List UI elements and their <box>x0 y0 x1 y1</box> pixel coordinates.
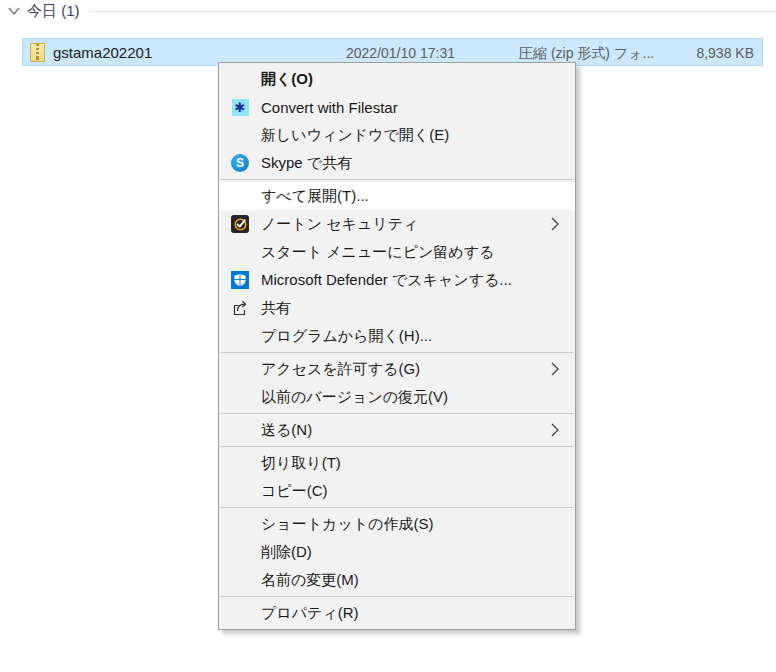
menu-item-label: コピー(C) <box>261 482 575 501</box>
menu-item-rename[interactable]: 名前の変更(M) <box>219 566 575 594</box>
menu-icon-spacer <box>230 69 250 89</box>
menu-icon-spacer <box>230 603 250 623</box>
menu-item-label: 切り取り(T) <box>261 454 575 473</box>
menu-item-label: 名前の変更(M) <box>261 571 575 590</box>
menu-icon-spacer <box>230 542 250 562</box>
file-name: gstama202201 <box>53 44 152 61</box>
menu-item-open-with[interactable]: プログラムから開く(H)... <box>219 322 575 350</box>
menu-icon-spacer <box>230 514 250 534</box>
menu-icon-spacer <box>230 420 250 440</box>
menu-icon-spacer <box>230 359 250 379</box>
menu-item-convert-with-filestar[interactable]: ✱Convert with Filestar <box>219 93 575 121</box>
menu-separator <box>220 446 574 447</box>
menu-item-restore-previous-versions[interactable]: 以前のバージョンの復元(V) <box>219 383 575 411</box>
menu-icon-spacer <box>230 242 250 262</box>
menu-item-label: スタート メニューにピン留めする <box>261 243 575 262</box>
menu-separator <box>220 352 574 353</box>
submenu-arrow-icon <box>551 361 561 377</box>
menu-item-share[interactable]: 共有 <box>219 294 575 322</box>
menu-item-label: 削除(D) <box>261 543 575 562</box>
menu-separator <box>220 596 574 597</box>
file-date-modified: 2022/01/10 17:31 <box>346 45 455 61</box>
share-icon <box>230 298 250 318</box>
menu-item-label: アクセスを許可する(G) <box>261 360 551 379</box>
menu-item-cut[interactable]: 切り取り(T) <box>219 449 575 477</box>
menu-separator <box>220 179 574 180</box>
menu-item-label: プログラムから開く(H)... <box>261 327 575 346</box>
menu-item-delete[interactable]: 削除(D) <box>219 538 575 566</box>
menu-item-label: プロパティ(R) <box>261 604 575 623</box>
menu-item-label: 新しいウィンドウで開く(E) <box>261 126 575 145</box>
menu-item-create-shortcut[interactable]: ショートカットの作成(S) <box>219 510 575 538</box>
menu-item-norton-security[interactable]: ノートン セキュリティ <box>219 210 575 238</box>
menu-item-label: ノートン セキュリティ <box>261 215 551 234</box>
menu-separator <box>220 413 574 414</box>
norton-icon <box>230 214 250 234</box>
menu-icon-spacer <box>230 481 250 501</box>
menu-item-properties[interactable]: プロパティ(R) <box>219 599 575 627</box>
menu-item-label: 開く(O) <box>261 70 575 89</box>
chevron-down-icon[interactable] <box>8 6 20 16</box>
menu-item-give-access[interactable]: アクセスを許可する(G) <box>219 355 575 383</box>
menu-item-defender-scan[interactable]: Microsoft Defender でスキャンする... <box>219 266 575 294</box>
filestar-icon: ✱ <box>230 97 250 117</box>
menu-item-pin-to-start[interactable]: スタート メニューにピン留めする <box>219 238 575 266</box>
menu-icon-spacer <box>230 326 250 346</box>
context-menu: 開く(O)✱Convert with Filestar新しいウィンドウで開く(E… <box>218 62 576 630</box>
submenu-arrow-icon <box>551 216 561 232</box>
menu-item-label: すべて展開(T)... <box>261 187 575 206</box>
menu-item-extract-all[interactable]: すべて展開(T)... <box>219 182 575 210</box>
menu-item-label: 共有 <box>261 299 575 318</box>
file-type: 圧縮 (zip 形式) フォ... <box>519 45 654 63</box>
menu-item-label: 以前のバージョンの復元(V) <box>261 388 575 407</box>
menu-item-open-in-new-window[interactable]: 新しいウィンドウで開く(E) <box>219 121 575 149</box>
skype-icon: S <box>230 153 250 173</box>
menu-icon-spacer <box>230 125 250 145</box>
menu-item-label: Microsoft Defender でスキャンする... <box>261 271 575 290</box>
menu-item-label: ショートカットの作成(S) <box>261 515 575 534</box>
group-header: 今日 (1) <box>0 0 776 22</box>
group-header-label[interactable]: 今日 (1) <box>27 2 80 21</box>
menu-separator <box>220 507 574 508</box>
menu-icon-spacer <box>230 570 250 590</box>
group-header-rule <box>90 11 776 12</box>
menu-item-label: Convert with Filestar <box>261 99 575 116</box>
menu-item-label: 送る(N) <box>261 421 551 440</box>
submenu-arrow-icon <box>551 422 561 438</box>
defender-icon <box>230 270 250 290</box>
menu-item-share-with-skype[interactable]: SSkype で共有 <box>219 149 575 177</box>
menu-icon-spacer <box>230 453 250 473</box>
menu-item-label: Skype で共有 <box>261 154 575 173</box>
file-size: 8,938 KB <box>696 45 754 61</box>
menu-item-send-to[interactable]: 送る(N) <box>219 416 575 444</box>
zip-file-icon <box>30 43 45 62</box>
menu-icon-spacer <box>230 387 250 407</box>
menu-icon-spacer <box>230 186 250 206</box>
menu-item-copy[interactable]: コピー(C) <box>219 477 575 505</box>
menu-item-open[interactable]: 開く(O) <box>219 65 575 93</box>
